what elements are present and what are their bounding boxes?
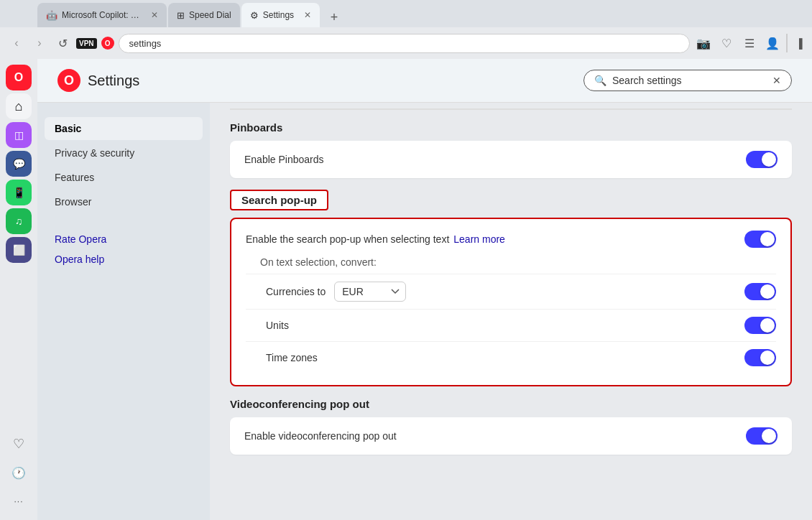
tab-copilot-label: Microsoft Copilot: Your AI <box>62 10 141 20</box>
sidebar-icon-apps[interactable]: ◫ <box>6 122 32 148</box>
sidebar-icon-extension[interactable]: ⬜ <box>6 237 32 263</box>
camera-icon[interactable]: 📷 <box>694 34 713 52</box>
search-clear-icon[interactable]: ✕ <box>772 75 781 86</box>
settings-nav-item-basic[interactable]: Basic <box>45 117 203 140</box>
videoconferencing-title: Videoconferencing pop out <box>230 398 792 410</box>
units-label: Units <box>246 320 744 331</box>
settings-content: Pinboards Enable Pinboards Search pop-up <box>210 103 812 520</box>
tab-speeddial-icon: ⊞ <box>177 10 185 21</box>
vpn-badge[interactable]: VPN <box>76 38 97 49</box>
url-text: settings <box>129 38 679 49</box>
tab-copilot-close[interactable]: ✕ <box>151 10 158 20</box>
timezones-label: Time zones <box>246 352 744 363</box>
settings-nav-item-browser[interactable]: Browser <box>45 190 203 213</box>
sidebar-icon-opera[interactable]: O <box>6 65 32 90</box>
tab-speeddial-label: Speed Dial <box>189 10 231 20</box>
account-icon[interactable]: 👤 <box>763 34 782 52</box>
settings-body: Basic Privacy & security Features Browse… <box>37 103 812 520</box>
timezones-toggle[interactable] <box>744 349 776 366</box>
tab-settings-label: Settings <box>263 10 294 20</box>
enable-pinboards-row: Enable Pinboards <box>230 141 792 178</box>
enable-pinboards-toggle[interactable] <box>746 151 778 168</box>
search-icon: 🔍 <box>594 75 606 86</box>
address-bar-input[interactable]: settings <box>119 34 690 53</box>
search-input[interactable] <box>612 75 767 86</box>
search-popup-title: Search pop-up <box>230 190 328 210</box>
toolbar-icons: 📷 ♡ ☰ 👤 ▐ <box>694 34 805 52</box>
enable-videoconf-label: Enable videoconferencing pop out <box>244 430 746 442</box>
settings-nav: Basic Privacy & security Features Browse… <box>37 103 210 520</box>
learn-more-link[interactable]: Learn more <box>453 233 505 245</box>
scroll-top-indicator <box>230 108 792 110</box>
forward-button[interactable]: › <box>30 34 49 52</box>
units-row: Units <box>246 309 776 341</box>
search-popup-main-label: Enable the search pop-up when selecting … <box>246 233 449 245</box>
tab-copilot-icon: 🤖 <box>46 10 57 21</box>
tab-settings[interactable]: ⚙ Settings ✕ <box>241 3 320 27</box>
browser-window: 🤖 Microsoft Copilot: Your AI ✕ ⊞ Speed D… <box>0 0 812 520</box>
search-popup-main-toggle[interactable] <box>744 231 776 248</box>
sidebar-icon-messenger[interactable]: 💬 <box>6 151 32 177</box>
sidebar: O ⌂ ◫ 💬 📱 ♫ ⬜ ♡ 🕐 ··· <box>0 59 37 520</box>
videoconferencing-section: Videoconferencing pop out Enable videoco… <box>230 398 792 455</box>
timezones-row: Time zones <box>246 341 776 373</box>
sidebar-icon-spotify[interactable]: ♫ <box>6 208 32 234</box>
tab-copilot[interactable]: 🤖 Microsoft Copilot: Your AI ✕ <box>37 3 167 27</box>
currencies-dropdown[interactable]: EUR USD GBP JPY <box>334 282 406 302</box>
enable-videoconf-toggle[interactable] <box>746 427 778 445</box>
enable-videoconf-row: Enable videoconferencing pop out <box>230 417 792 455</box>
rate-opera-link[interactable]: Rate Opera <box>45 229 203 249</box>
tab-speeddial[interactable]: ⊞ Speed Dial <box>168 3 240 27</box>
enable-pinboards-label: Enable Pinboards <box>244 154 746 165</box>
pinboards-section: Pinboards Enable Pinboards <box>230 121 792 178</box>
menu-icon[interactable]: ☰ <box>740 34 759 52</box>
opera-address-icon: O <box>101 37 114 50</box>
settings-page: O Settings 🔍 ✕ Basic Privacy & security … <box>37 59 812 520</box>
sidebar-icon-home[interactable]: ⌂ <box>6 93 32 119</box>
search-bar-container: 🔍 ✕ <box>583 70 792 91</box>
search-popup-main-row: Enable the search pop-up when selecting … <box>246 231 776 248</box>
tab-settings-close[interactable]: ✕ <box>304 10 311 20</box>
sidebar-icon-history[interactable]: 🕐 <box>6 460 32 486</box>
currencies-row: Currencies to EUR USD GBP JPY <box>246 274 776 309</box>
settings-nav-item-privacy[interactable]: Privacy & security <box>45 141 203 164</box>
back-button[interactable]: ‹ <box>7 34 26 52</box>
settings-nav-item-features[interactable]: Features <box>45 166 203 189</box>
new-tab-button[interactable]: + <box>324 7 344 27</box>
search-popup-box: Enable the search pop-up when selecting … <box>230 218 792 386</box>
units-toggle[interactable] <box>744 317 776 334</box>
sidebar-icon-heart[interactable]: ♡ <box>6 431 32 457</box>
search-bar[interactable]: 🔍 ✕ <box>583 70 792 91</box>
search-popup-section: Search pop-up Enable the search pop-up w… <box>230 190 792 386</box>
settings-page-title: Settings <box>88 73 139 89</box>
refresh-button[interactable]: ↺ <box>53 34 72 52</box>
tab-bar-area: 🤖 Microsoft Copilot: Your AI ✕ ⊞ Speed D… <box>0 0 812 59</box>
pinboards-title: Pinboards <box>230 121 792 134</box>
currencies-toggle[interactable] <box>744 283 776 300</box>
sidebar-toggle-icon[interactable]: ▐ <box>786 34 805 52</box>
tab-settings-icon: ⚙ <box>250 10 259 21</box>
currencies-label: Currencies to <box>246 286 326 297</box>
sidebar-icon-more[interactable]: ··· <box>6 488 32 514</box>
favorites-icon[interactable]: ♡ <box>717 34 736 52</box>
settings-header: O Settings 🔍 ✕ <box>37 59 812 103</box>
browser-body: O ⌂ ◫ 💬 📱 ♫ ⬜ ♡ 🕐 ··· O Settings 🔍 <box>0 59 812 520</box>
opera-logo: O <box>57 69 80 92</box>
on-text-selection-label: On text selection, convert: <box>246 256 776 268</box>
opera-help-link[interactable]: Opera help <box>45 249 203 269</box>
sidebar-icon-whatsapp[interactable]: 📱 <box>6 180 32 205</box>
